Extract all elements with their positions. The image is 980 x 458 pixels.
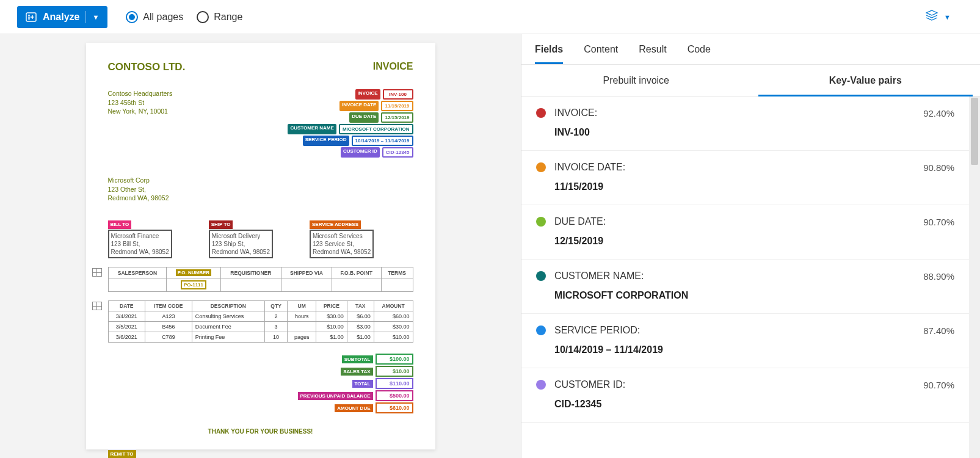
chevron-down-icon[interactable]: ▼ [92, 13, 99, 21]
radio-label: All pages [143, 12, 183, 23]
color-dot-icon [536, 108, 546, 118]
remit-to-block: REMIT TO Contoso Billing123 Remit StNew … [108, 449, 413, 458]
color-dot-icon [536, 380, 546, 390]
kv-key: DUE DATE: [554, 216, 606, 227]
table-icon[interactable] [92, 302, 102, 310]
divider [85, 11, 86, 23]
invoice-heading: INVOICE [373, 61, 413, 72]
top-toolbar: Analyze ▼ All pages Range ▼ [0, 0, 980, 34]
kv-confidence: 90.70% [923, 380, 954, 390]
radio-range[interactable]: Range [197, 11, 242, 23]
color-dot-icon [536, 162, 546, 172]
radio-all-pages[interactable]: All pages [126, 11, 183, 23]
totals-block: SUBTOTAL$100.00 SALES TAX$10.00 TOTAL$11… [108, 354, 413, 413]
tab-prebuilt-invoice[interactable]: Prebuilt invoice [521, 65, 751, 96]
invoice-meta: INVOICEINV-100 INVOICE DATE11/15/2019 DU… [288, 89, 413, 159]
kv-item[interactable]: CUSTOMER NAME: 88.90% MICROSOFT CORPORAT… [521, 260, 969, 314]
tab-key-value-pairs[interactable]: Key-Value pairs [751, 65, 981, 96]
items-table: DATEITEM CODEDESCRIPTIONQTYUMPRICETAXAMO… [108, 300, 413, 343]
address-blocks: BILL TO Microsoft Finance123 Bill St,Red… [108, 220, 413, 258]
kv-confidence: 90.80% [923, 162, 954, 173]
kv-list[interactable]: INVOICE: 92.40% INV-100 INVOICE DATE: 90… [521, 96, 969, 423]
document-viewer[interactable]: CONTOSO LTD. INVOICE Contoso Headquarter… [0, 34, 521, 458]
analyze-label: Analyze [43, 12, 79, 23]
tab-result[interactable]: Result [639, 35, 666, 64]
kv-value: 12/15/2019 [554, 236, 954, 247]
field-subtabs: Prebuilt invoice Key-Value pairs [521, 65, 980, 96]
kv-confidence: 88.90% [923, 271, 954, 282]
tab-fields[interactable]: Fields [535, 35, 563, 64]
thank-you-text: THANK YOU FOR YOUR BUSINESS! [108, 428, 413, 435]
kv-value: CID-12345 [554, 399, 954, 410]
tab-content[interactable]: Content [584, 35, 618, 64]
kv-value: INV-100 [554, 127, 954, 138]
kv-key: INVOICE: [554, 107, 597, 118]
po-table-wrap: SALESPERSONP.O. NUMBERREQUISITIONERSHIPP… [108, 267, 413, 292]
table-row: 3/4/2021A123Consulting Services2hours$30… [108, 311, 413, 322]
scrollbar[interactable] [969, 96, 980, 458]
customer-address: Microsoft Corp123 Other St,Redmond WA, 9… [108, 176, 413, 203]
company-name: CONTOSO LTD. [108, 61, 186, 73]
kv-item[interactable]: INVOICE: 92.40% INV-100 [521, 96, 969, 151]
kv-key: SERVICE PERIOD: [554, 325, 640, 336]
chevron-down-icon: ▼ [944, 13, 951, 21]
service-address-block: SERVICE ADDRESS Microsoft Services123 Se… [310, 220, 374, 258]
result-tabs: Fields Content Result Code [521, 34, 980, 65]
analyze-button[interactable]: Analyze ▼ [17, 6, 107, 28]
bill-to-block: BILL TO Microsoft Finance123 Bill St,Red… [108, 220, 172, 258]
kv-item[interactable]: CUSTOMER ID: 90.70% CID-12345 [521, 368, 969, 423]
table-row: 3/5/2021B456Document Fee3$10.00$3.00$30.… [108, 322, 413, 332]
items-table-wrap: DATEITEM CODEDESCRIPTIONQTYUMPRICETAXAMO… [108, 300, 413, 343]
analyze-icon [26, 12, 37, 22]
ship-to-block: SHIP TO Microsoft Delivery123 Ship St,Re… [209, 220, 273, 258]
kv-confidence: 87.40% [923, 325, 954, 336]
color-dot-icon [536, 217, 546, 227]
hq-address: Contoso Headquarters123 456th StNew York… [108, 89, 173, 159]
radio-icon [197, 11, 209, 23]
kv-key: CUSTOMER ID: [554, 379, 625, 390]
radio-label: Range [214, 12, 242, 23]
kv-confidence: 92.40% [923, 108, 954, 118]
kv-item[interactable]: INVOICE DATE: 90.80% 11/15/2019 [521, 151, 969, 205]
color-dot-icon [536, 325, 546, 335]
kv-item[interactable]: DUE DATE: 90.70% 12/15/2019 [521, 205, 969, 260]
kv-value: 10/14/2019 – 11/14/2019 [554, 344, 954, 355]
tab-code[interactable]: Code [688, 35, 711, 64]
results-panel: Fields Content Result Code Prebuilt invo… [521, 34, 980, 458]
table-row: 3/6/2021C789Printing Fee10pages$1.00$1.0… [108, 332, 413, 343]
main-area: CONTOSO LTD. INVOICE Contoso Headquarter… [0, 34, 980, 458]
kv-value: 11/15/2019 [554, 181, 954, 192]
color-dot-icon [536, 271, 546, 281]
table-icon[interactable] [92, 268, 102, 277]
layers-icon [926, 10, 938, 24]
kv-item[interactable]: SERVICE PERIOD: 87.40% 10/14/2019 – 11/1… [521, 314, 969, 368]
document-page: CONTOSO LTD. INVOICE Contoso Headquarter… [86, 43, 435, 449]
radio-icon [126, 11, 138, 23]
layers-dropdown[interactable]: ▼ [926, 10, 963, 24]
scrollbar-thumb[interactable] [971, 98, 978, 165]
po-table: SALESPERSONP.O. NUMBERREQUISITIONERSHIPP… [108, 267, 413, 292]
kv-key: CUSTOMER NAME: [554, 271, 644, 282]
kv-key: INVOICE DATE: [554, 162, 625, 173]
kv-confidence: 90.70% [923, 217, 954, 227]
page-mode-group: All pages Range [126, 11, 242, 23]
kv-value: MICROSOFT CORPORATION [554, 290, 954, 301]
